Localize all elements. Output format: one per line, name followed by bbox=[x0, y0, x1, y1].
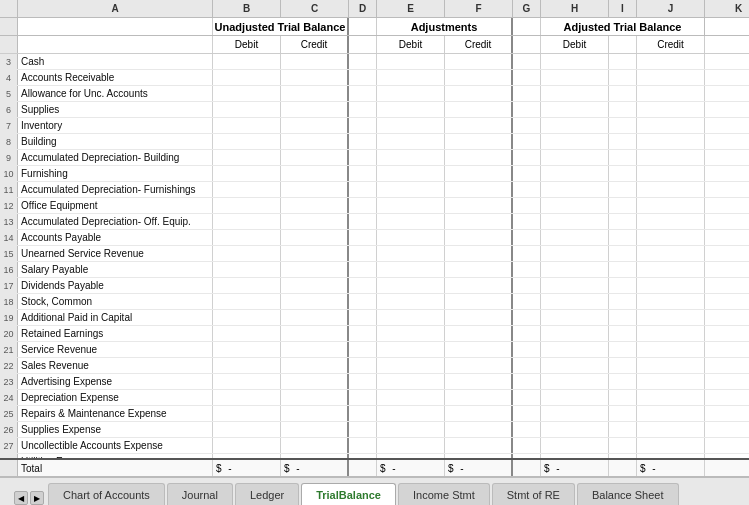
adj-credit[interactable] bbox=[445, 294, 513, 309]
unadj-credit[interactable] bbox=[281, 278, 349, 293]
adj-debit[interactable] bbox=[377, 326, 445, 341]
adjt-debit[interactable] bbox=[541, 422, 609, 437]
adjt-credit[interactable] bbox=[637, 278, 705, 293]
unadj-debit[interactable] bbox=[213, 214, 281, 229]
unadj-debit[interactable] bbox=[213, 134, 281, 149]
unadj-credit[interactable] bbox=[281, 310, 349, 325]
adj-credit[interactable] bbox=[445, 182, 513, 197]
unadj-debit[interactable] bbox=[213, 422, 281, 437]
unadj-credit[interactable] bbox=[281, 230, 349, 245]
unadj-credit[interactable] bbox=[281, 374, 349, 389]
adj-credit[interactable] bbox=[445, 150, 513, 165]
adjt-debit[interactable] bbox=[541, 102, 609, 117]
adjt-debit[interactable] bbox=[541, 166, 609, 181]
table-row[interactable]: 4 Accounts Receivable bbox=[0, 70, 749, 86]
adjt-credit[interactable] bbox=[637, 150, 705, 165]
adj-credit[interactable] bbox=[445, 198, 513, 213]
table-row[interactable]: 27 Uncollectible Accounts Expense bbox=[0, 438, 749, 454]
adj-credit[interactable] bbox=[445, 438, 513, 453]
adjt-debit[interactable] bbox=[541, 342, 609, 357]
adj-credit[interactable] bbox=[445, 118, 513, 133]
unadj-debit[interactable] bbox=[213, 54, 281, 69]
adj-debit[interactable] bbox=[377, 150, 445, 165]
table-row[interactable]: 16 Salary Payable bbox=[0, 262, 749, 278]
table-row[interactable]: 15 Unearned Service Revenue bbox=[0, 246, 749, 262]
adj-debit[interactable] bbox=[377, 166, 445, 181]
adj-debit[interactable] bbox=[377, 214, 445, 229]
adj-credit[interactable] bbox=[445, 262, 513, 277]
tab-stmt-of-re[interactable]: Stmt of RE bbox=[492, 483, 575, 505]
adjt-credit[interactable] bbox=[637, 214, 705, 229]
adjt-debit[interactable] bbox=[541, 406, 609, 421]
unadj-debit[interactable] bbox=[213, 86, 281, 101]
tab-balance-sheet[interactable]: Balance Sheet bbox=[577, 483, 679, 505]
unadj-credit[interactable] bbox=[281, 390, 349, 405]
table-row[interactable]: 13 Accumulated Depreciation- Off. Equip. bbox=[0, 214, 749, 230]
adj-debit[interactable] bbox=[377, 54, 445, 69]
adjt-debit[interactable] bbox=[541, 214, 609, 229]
table-row[interactable]: 11 Accumulated Depreciation- Furnishings bbox=[0, 182, 749, 198]
adjt-credit[interactable] bbox=[637, 358, 705, 373]
table-row[interactable]: 23 Advertising Expense bbox=[0, 374, 749, 390]
tab-chart-of-accounts[interactable]: Chart of Accounts bbox=[48, 483, 165, 505]
unadj-credit[interactable] bbox=[281, 422, 349, 437]
adj-debit[interactable] bbox=[377, 390, 445, 405]
unadj-credit[interactable] bbox=[281, 150, 349, 165]
adjt-credit[interactable] bbox=[637, 134, 705, 149]
adjt-debit[interactable] bbox=[541, 374, 609, 389]
unadj-credit[interactable] bbox=[281, 102, 349, 117]
adj-credit[interactable] bbox=[445, 310, 513, 325]
adj-debit[interactable] bbox=[377, 230, 445, 245]
adjt-credit[interactable] bbox=[637, 326, 705, 341]
unadj-credit[interactable] bbox=[281, 118, 349, 133]
unadj-debit[interactable] bbox=[213, 102, 281, 117]
tab-trial-balance[interactable]: TrialBalance bbox=[301, 483, 396, 505]
unadj-debit[interactable] bbox=[213, 326, 281, 341]
adjt-credit[interactable] bbox=[637, 294, 705, 309]
nav-left-arrow[interactable]: ◀ bbox=[14, 491, 28, 505]
adj-credit[interactable] bbox=[445, 70, 513, 85]
unadj-debit[interactable] bbox=[213, 342, 281, 357]
adj-credit[interactable] bbox=[445, 134, 513, 149]
unadj-debit[interactable] bbox=[213, 182, 281, 197]
adj-debit[interactable] bbox=[377, 70, 445, 85]
table-row[interactable]: 9 Accumulated Depreciation- Building bbox=[0, 150, 749, 166]
adjt-debit[interactable] bbox=[541, 438, 609, 453]
table-row[interactable]: 22 Sales Revenue bbox=[0, 358, 749, 374]
adjt-debit[interactable] bbox=[541, 358, 609, 373]
adjt-credit[interactable] bbox=[637, 406, 705, 421]
adjt-debit[interactable] bbox=[541, 198, 609, 213]
table-row[interactable]: 8 Building bbox=[0, 134, 749, 150]
unadj-debit[interactable] bbox=[213, 278, 281, 293]
table-row[interactable]: 20 Retained Earnings bbox=[0, 326, 749, 342]
adj-debit[interactable] bbox=[377, 198, 445, 213]
unadj-credit[interactable] bbox=[281, 358, 349, 373]
adj-credit[interactable] bbox=[445, 102, 513, 117]
adj-debit[interactable] bbox=[377, 182, 445, 197]
unadj-debit[interactable] bbox=[213, 310, 281, 325]
adj-credit[interactable] bbox=[445, 422, 513, 437]
table-row[interactable]: 21 Service Revenue bbox=[0, 342, 749, 358]
adj-debit[interactable] bbox=[377, 262, 445, 277]
adj-credit[interactable] bbox=[445, 406, 513, 421]
adjt-credit[interactable] bbox=[637, 374, 705, 389]
unadj-debit[interactable] bbox=[213, 262, 281, 277]
unadj-credit[interactable] bbox=[281, 166, 349, 181]
adjt-debit[interactable] bbox=[541, 86, 609, 101]
tab-journal[interactable]: Journal bbox=[167, 483, 233, 505]
adjt-credit[interactable] bbox=[637, 246, 705, 261]
adj-credit[interactable] bbox=[445, 166, 513, 181]
adjt-credit[interactable] bbox=[637, 342, 705, 357]
adj-credit[interactable] bbox=[445, 230, 513, 245]
unadj-credit[interactable] bbox=[281, 214, 349, 229]
adj-credit[interactable] bbox=[445, 358, 513, 373]
unadj-credit[interactable] bbox=[281, 54, 349, 69]
unadj-debit[interactable] bbox=[213, 198, 281, 213]
adj-debit[interactable] bbox=[377, 294, 445, 309]
unadj-credit[interactable] bbox=[281, 262, 349, 277]
unadj-debit[interactable] bbox=[213, 246, 281, 261]
table-row[interactable]: 10 Furnishing bbox=[0, 166, 749, 182]
adjt-credit[interactable] bbox=[637, 182, 705, 197]
adj-debit[interactable] bbox=[377, 118, 445, 133]
adjt-credit[interactable] bbox=[637, 310, 705, 325]
